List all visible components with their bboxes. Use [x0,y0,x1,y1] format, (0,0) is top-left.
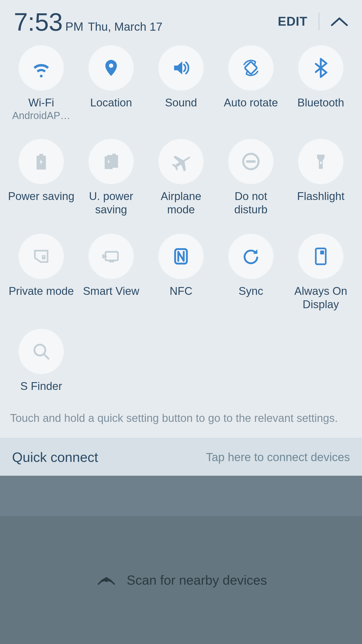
tile-label: Do not disturb [216,190,286,216]
svg-rect-7 [106,252,118,260]
tile-location[interactable]: Location [76,45,146,121]
tile-private-mode[interactable]: Private mode [6,234,76,311]
tile-nfc[interactable]: NFC [146,234,216,311]
tile-s-finder[interactable]: S Finder [6,329,76,393]
search-icon [19,329,64,374]
header: 7:53 PM Thu, March 17 EDIT [0,0,362,40]
tile-label: Location [89,96,133,109]
clock-ampm: PM [65,20,83,33]
quick-connect-title: Quick connect [12,449,98,465]
radar-icon [95,568,118,592]
notification-area: Scan for nearby devices [0,476,362,644]
scan-nearby-row[interactable]: Scan for nearby devices [0,516,362,644]
shade-spacer [0,476,362,516]
flashlight-icon [298,139,343,184]
tile-label: Airplane mode [146,190,216,216]
svg-rect-4 [320,162,322,164]
tile-label: Sync [238,285,264,298]
nfc-icon [158,234,204,279]
quick-settings-panel: 7:53 PM Thu, March 17 EDIT Wi-Fi Android… [0,0,362,644]
quick-connect-row[interactable]: Quick connect Tap here to connect device… [0,438,362,476]
svg-line-13 [44,354,49,359]
tile-auto-rotate[interactable]: Auto rotate [216,45,286,121]
location-pin-icon [88,45,134,91]
battery-recycle-icon [19,139,64,184]
tile-sound[interactable]: Sound [146,45,216,121]
header-divider [319,13,319,30]
bluetooth-icon [298,45,343,91]
tile-label: Private mode [8,285,75,298]
private-mode-icon [19,234,64,279]
tile-label: Flashlight [296,190,345,203]
tile-airplane-mode[interactable]: Airplane mode [146,139,216,216]
clock-date: Thu, March 17 [88,20,163,33]
quick-connect-hint: Tap here to connect devices [206,450,350,464]
tile-wifi[interactable]: Wi-Fi AndroidAP… [6,45,76,121]
tile-label: U. power saving [76,190,146,216]
do-not-disturb-icon [228,139,274,184]
quick-settings-grid: Wi-Fi AndroidAP… Location Sound Auto rot… [0,40,362,393]
edit-button[interactable]: EDIT [278,14,307,29]
tile-label: NFC [169,285,193,298]
collapse-icon[interactable] [331,16,348,26]
tile-flashlight[interactable]: Flashlight [286,139,356,216]
battery-ultra-icon [88,139,134,184]
smart-view-icon [88,234,134,279]
tile-label: Auto rotate [223,96,279,109]
tile-u-power-saving[interactable]: U. power saving [76,139,146,216]
hint-text: Touch and hold a quick setting button to… [0,393,362,438]
tile-label: Power saving [7,190,75,203]
wifi-icon [19,45,64,91]
svg-point-6 [43,256,44,257]
tile-label: Smart View [82,285,140,298]
tile-power-saving[interactable]: Power saving [6,139,76,216]
tile-do-not-disturb[interactable]: Do not disturb [216,139,286,216]
svg-rect-3 [246,160,255,163]
tile-sync[interactable]: Sync [216,234,286,311]
tile-label: Sound [164,96,198,109]
svg-rect-8 [109,261,114,262]
tile-label: S Finder [19,380,63,393]
tile-label: Wi-Fi [27,96,55,109]
tile-always-on-display[interactable]: Always On Display [286,234,356,311]
tile-smart-view[interactable]: Smart View [76,234,146,311]
svg-rect-11 [320,251,324,254]
auto-rotate-icon [228,45,274,91]
tile-bluetooth[interactable]: Bluetooth [286,45,356,121]
tile-sublabel: AndroidAP… [12,110,70,121]
speaker-icon [158,45,204,91]
always-on-display-icon [298,234,343,279]
clock-time: 7:53 [14,8,63,36]
svg-point-0 [109,63,113,68]
scan-label: Scan for nearby devices [127,573,267,588]
tile-label: Always On Display [286,285,356,311]
airplane-icon [158,139,204,184]
sync-icon [228,234,274,279]
tile-label: Bluetooth [296,96,345,109]
